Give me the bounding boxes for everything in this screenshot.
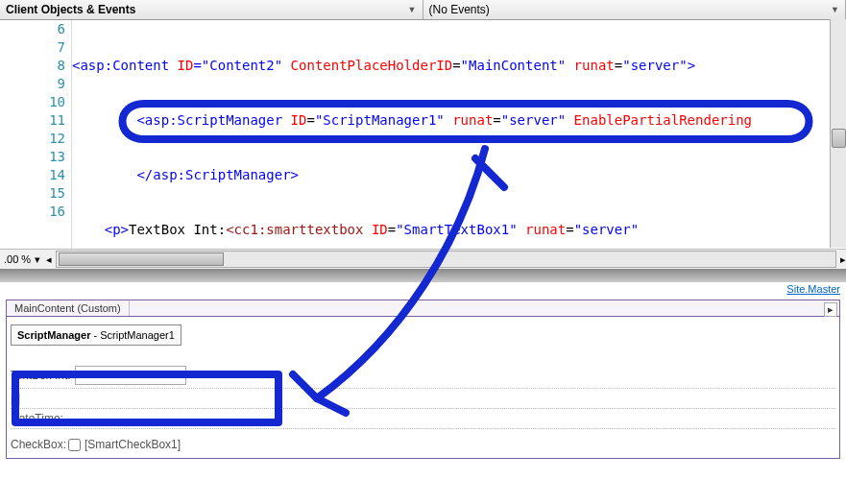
scriptmanager-control[interactable]: ScriptManager - ScriptManager1 [11, 324, 181, 346]
datetime-label: DateTime: [11, 412, 63, 425]
horizontal-scrollbar[interactable] [56, 251, 836, 268]
smartcheckbox-input[interactable] [68, 439, 81, 451]
object-dropdown[interactable]: Client Objects & Events ▼ [0, 0, 423, 19]
scroll-thumb[interactable] [832, 129, 846, 148]
smarttextbox-input[interactable] [75, 366, 186, 385]
checkbox-row: CheckBox: [SmartCheckBox1] [11, 435, 835, 454]
datetime-row: DateTime: [11, 409, 835, 429]
chevron-down-icon: ▼ [831, 5, 839, 14]
checkbox-placeholder: [SmartCheckBox1] [85, 438, 181, 451]
tab-maincontent[interactable]: MainContent (Custom) [7, 300, 130, 316]
chevron-left-icon[interactable]: ◂ [46, 253, 52, 266]
event-dropdown-label: (No Events) [429, 3, 490, 16]
chevron-right-icon[interactable]: ▸ [840, 253, 846, 266]
code-editor[interactable]: 678 91011 121314 1516 <asp:Content ID="C… [0, 20, 846, 249]
event-dropdown[interactable]: (No Events) ▼ [423, 0, 847, 19]
designer-surface[interactable]: MainContent (Custom) ▸ ScriptManager - S… [6, 300, 840, 459]
chevron-down-icon: ▼ [408, 5, 417, 14]
zoom-bar: .00 % ▾ ◂ ▸ [0, 249, 846, 269]
chevron-down-icon[interactable]: ▾ [35, 253, 40, 266]
zoom-level[interactable]: .00 % [0, 253, 35, 265]
master-page-link[interactable]: Site.Master [786, 283, 840, 295]
dropdown-toolbar: Client Objects & Events ▼ (No Events) ▼ [0, 0, 846, 20]
region-tabstrip: MainContent (Custom) ▸ [7, 300, 839, 317]
textbox-label: TextBox Int: [11, 369, 71, 382]
textbox-row: TextBox Int: [11, 363, 835, 389]
smart-tag-arrow-icon[interactable]: ▸ [824, 302, 837, 317]
p-tag-marker: p] [11, 389, 835, 409]
scroll-thumb[interactable] [59, 252, 224, 266]
scriptmanager-label: ScriptManager [17, 329, 90, 341]
checkbox-label: CheckBox: [11, 438, 66, 451]
code-body[interactable]: <asp:Content ID="Content2" ContentPlaceH… [72, 20, 846, 249]
object-dropdown-label: Client Objects & Events [6, 3, 135, 16]
vertical-scrollbar[interactable] [830, 19, 846, 248]
line-gutter: 678 91011 121314 1516 [0, 20, 72, 249]
splitter[interactable] [0, 269, 846, 282]
